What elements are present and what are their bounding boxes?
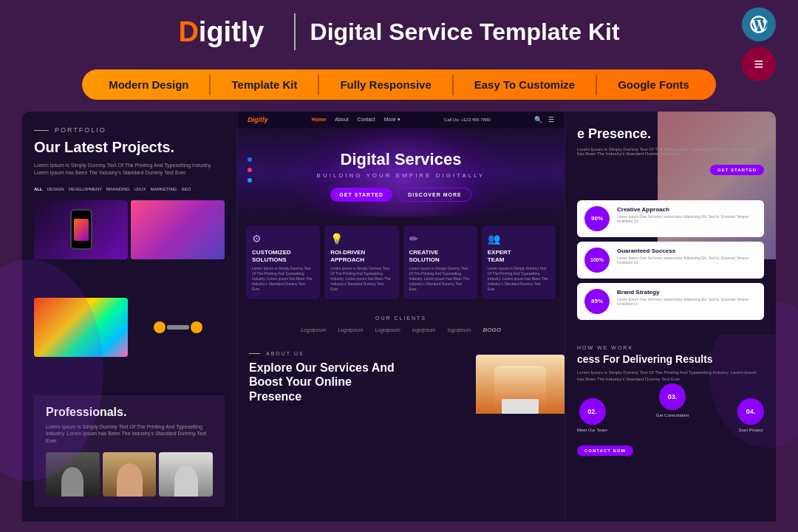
client-logo-1: Logoipsum xyxy=(301,327,326,332)
search-icon[interactable]: 🔍 xyxy=(534,116,542,123)
customized-name: CUSTOMIZEDSOLUTIONS xyxy=(252,249,314,263)
customized-desc: Lorem Ipsum is Simply Dummy Text Of The … xyxy=(252,266,314,292)
right-panel: e Presence. Lorem Ipsum is Simply Dummy … xyxy=(565,112,776,522)
filter-marketing[interactable]: MARKETING xyxy=(151,185,177,193)
stat-card-success: 100% Guaranteed Success Lorem Ipsum One … xyxy=(577,242,764,279)
mini-link-contact[interactable]: Contact xyxy=(358,117,375,123)
nav-item-template-kit[interactable]: Template Kit xyxy=(211,69,318,100)
process-step-4: 04. Start Project xyxy=(737,398,764,432)
process-title: cess For Delivering Results xyxy=(577,353,764,366)
roi-icon: 💡 xyxy=(330,233,392,245)
stat-circle-success: 100% xyxy=(584,248,610,273)
mini-link-about[interactable]: About xyxy=(335,117,348,123)
nav-bar: Modern Design Template Kit Fully Respons… xyxy=(0,64,798,112)
stat-circle-brand: 85% xyxy=(584,289,610,314)
stat-name-brand: Brand Strategy xyxy=(617,289,757,296)
filter-branding[interactable]: BRANDING xyxy=(106,185,130,193)
mini-links: Home About Contact More ▾ xyxy=(312,117,400,123)
stat-info-brand: Brand Strategy Lorem Ipsum One Sit Amet,… xyxy=(617,289,757,307)
client-logo-2: Logoipsum xyxy=(338,327,363,332)
mini-link-home[interactable]: Home xyxy=(312,117,326,123)
logo-area: Digitly xyxy=(178,16,264,48)
service-cards: ⚙ CUSTOMIZEDSOLUTIONS Lorem Ipsum is Sim… xyxy=(237,216,565,308)
roi-desc: Lorem Ipsum is Simply Dummy Text Of The … xyxy=(330,266,392,292)
logo: Digitly xyxy=(178,16,264,48)
about-title: Explore Our Services And Boost Your Onli… xyxy=(249,361,397,403)
left-panel: PORTFOLIO Our Latest Projects. Lorem Ips… xyxy=(22,112,236,522)
stat-name-creative: Creative Approach xyxy=(617,206,757,213)
client-logo-3: Logoipsum xyxy=(375,327,400,332)
wp-icons: ≡ xyxy=(742,7,776,81)
menu-icon[interactable]: ☰ xyxy=(548,116,554,123)
clients-label: OUR CLIENTS xyxy=(252,316,550,321)
stat-card-brand: 85% Brand Strategy Lorem Ipsum One Sit A… xyxy=(577,283,764,320)
professionals-title: Professionals. xyxy=(46,406,213,419)
header: Digitly Digital Service Template Kit ≡ xyxy=(0,0,798,64)
filter-all[interactable]: ALL xyxy=(34,185,43,193)
portfolio-item-3 xyxy=(34,298,128,357)
presence-text: Lorem Ipsum is Simply Dummy Text Of The … xyxy=(577,147,764,156)
filter-design[interactable]: DESIGN xyxy=(47,185,64,193)
portfolio-item-1 xyxy=(34,200,128,259)
mini-logo: Digitly xyxy=(248,116,268,123)
creative-desc: Lorem Ipsum is Simply Dummy Text Of The … xyxy=(409,266,471,292)
clients-section: OUR CLIENTS Logoipsum Logoipsum Logoipsu… xyxy=(237,308,565,341)
stat-desc-creative: Lorem Ipsum One Sit Amet, consectetur Ad… xyxy=(617,214,757,224)
client-logo-5: logoipsum xyxy=(448,327,471,332)
portfolio-title: Our Latest Projects. xyxy=(34,138,225,156)
stat-name-success: Guaranteed Success xyxy=(617,248,757,254)
process-label: HOW WE WORK xyxy=(577,345,764,350)
social-sidebar xyxy=(248,157,252,183)
filter-development[interactable]: DEVELOPMENT xyxy=(69,185,102,193)
about-woman-figure xyxy=(476,355,565,414)
header-title: Digital Service Template Kit xyxy=(310,18,620,46)
stat-desc-success: Lorem Ipsum One Sit Amet, consectetur Ad… xyxy=(617,256,757,265)
nav-item-modern-design[interactable]: Modern Design xyxy=(88,69,209,100)
facebook-icon[interactable] xyxy=(248,157,252,162)
stat-info-success: Guaranteed Success Lorem Ipsum One Sit A… xyxy=(617,248,757,265)
creative-name: CREATIVESOLUTION xyxy=(409,249,471,263)
filter-uiux[interactable]: UI/UX xyxy=(134,185,146,193)
elementor-icon: ≡ xyxy=(742,47,776,81)
hero-section: Digital Services BUILDING YOUR EMPIRE DI… xyxy=(237,128,565,216)
portfolio-item-4 xyxy=(131,298,225,357)
step-label-2: Meet Our Team xyxy=(577,428,607,432)
team-photo-3 xyxy=(159,452,213,497)
center-panel: Digitly Home About Contact More ▾ Call U… xyxy=(236,112,565,522)
nav-item-google-fonts[interactable]: Google Fonts xyxy=(597,69,710,100)
filter-tags: ALL DESIGN DEVELOPMENT BRANDING UI/UX MA… xyxy=(34,185,225,193)
client-logo-6: BOGO xyxy=(483,327,501,333)
process-text: Lorem Ipsum is Simply Dummy Text Of The … xyxy=(577,369,764,382)
nav-item-fully-responsive[interactable]: Fully Responsive xyxy=(319,69,451,100)
mini-link-more[interactable]: More ▾ xyxy=(384,117,400,123)
wordpress-icon xyxy=(742,7,776,41)
get-started-btn[interactable]: GET STARTED xyxy=(330,188,392,202)
twitter-icon[interactable] xyxy=(248,178,252,183)
instagram-icon[interactable] xyxy=(248,168,252,172)
logo-rest: igitly xyxy=(199,16,265,47)
filter-seo[interactable]: SEO xyxy=(181,185,191,193)
portfolio-grid xyxy=(34,200,225,392)
service-card-creative: ✏ CREATIVESOLUTION Lorem Ipsum is Simply… xyxy=(403,225,477,299)
logo-divider xyxy=(294,13,296,50)
service-card-roi: 💡 ROI-DRIVENAPPROACH Lorem Ipsum is Simp… xyxy=(324,225,398,299)
professionals-section: Professionals. Lorem Ipsum is Simply Dum… xyxy=(34,395,225,507)
logo-d: D xyxy=(178,16,198,47)
clients-logos: Logoipsum Logoipsum Logoipsum logoipsum … xyxy=(252,327,550,333)
professionals-text: Lorem Ipsum is Simply Dummy Text Of The … xyxy=(46,423,213,445)
stat-info-creative: Creative Approach Lorem Ipsum One Sit Am… xyxy=(617,206,757,224)
hero-buttons: GET STARTED DISCOVER MORE xyxy=(252,188,550,202)
portfolio-label: PORTFOLIO xyxy=(34,126,225,134)
contact-now-btn[interactable]: CONTACT NOW xyxy=(577,446,633,456)
presence-title: e Presence. xyxy=(577,126,764,143)
presence-get-started-btn[interactable]: GET STARTED xyxy=(710,165,764,175)
team-photo-1 xyxy=(46,452,100,497)
discover-more-btn[interactable]: DISCOVER MORE xyxy=(398,188,471,202)
expert-desc: Lorem Ipsum is Simply Dummy Text Of The … xyxy=(488,266,550,292)
nav-item-easy-customize[interactable]: Easy To Customize xyxy=(454,69,596,100)
team-photo-2 xyxy=(103,452,157,497)
preview-container: PORTFOLIO Our Latest Projects. Lorem Ips… xyxy=(0,112,798,522)
process-step-2: 02. Meet Our Team xyxy=(577,398,607,432)
service-card-customized: ⚙ CUSTOMIZEDSOLUTIONS Lorem Ipsum is Sim… xyxy=(246,225,320,299)
stats-cards: 90% Creative Approach Lorem Ipsum One Si… xyxy=(577,200,764,320)
